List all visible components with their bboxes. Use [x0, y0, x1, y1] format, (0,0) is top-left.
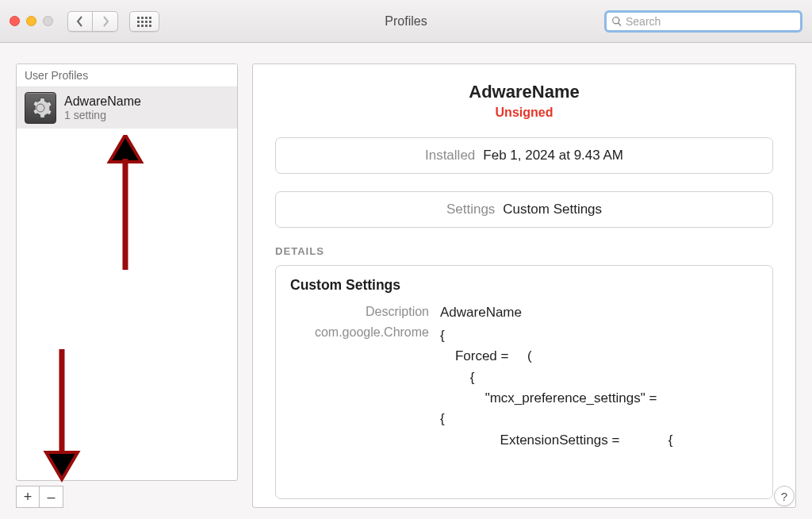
- search-input[interactable]: [622, 15, 795, 28]
- settings-code: { Forced = ( { "mcx_preference_settings"…: [440, 325, 758, 451]
- profile-name: AdwareName: [64, 94, 141, 109]
- chevron-right-icon: [102, 16, 109, 27]
- detail-status: Unsigned: [275, 106, 773, 120]
- forward-button[interactable]: [93, 11, 118, 32]
- detail-title: AdwareName: [275, 82, 773, 102]
- profiles-list: User Profiles AdwareName 1 setting: [16, 63, 238, 481]
- profile-subtitle: 1 setting: [64, 109, 141, 122]
- help-button[interactable]: ?: [774, 486, 795, 506]
- nav-segment: [67, 11, 118, 32]
- details-section-label: DETAILS: [275, 245, 773, 257]
- show-all-button[interactable]: [129, 11, 159, 32]
- back-button[interactable]: [67, 11, 93, 32]
- add-profile-button[interactable]: +: [16, 486, 40, 508]
- detail-header: AdwareName Unsigned: [275, 82, 773, 120]
- profile-detail-panel: AdwareName Unsigned Installed Feb 1, 202…: [252, 63, 796, 508]
- installed-label: Installed: [425, 148, 475, 163]
- grid-icon: [137, 17, 151, 27]
- settings-row: Settings Custom Settings: [275, 191, 773, 228]
- domain-label: com.google.Chrome: [290, 325, 429, 451]
- minimize-window-button[interactable]: [26, 16, 36, 26]
- zoom-window-button[interactable]: [43, 16, 53, 26]
- sidebar: User Profiles AdwareName 1 setting + –: [16, 63, 238, 508]
- description-label: Description: [290, 305, 429, 321]
- gear-icon: [29, 96, 52, 120]
- installed-value: Feb 1, 2024 at 9.43 AM: [483, 148, 623, 163]
- profile-text: AdwareName 1 setting: [64, 94, 141, 122]
- search-field[interactable]: [604, 10, 802, 33]
- installed-row: Installed Feb 1, 2024 at 9.43 AM: [275, 137, 773, 174]
- profile-row-adwarename[interactable]: AdwareName 1 setting: [17, 87, 237, 129]
- window-controls: [10, 16, 53, 26]
- profile-icon: [25, 92, 56, 124]
- window-toolbar: Profiles: [0, 0, 812, 43]
- chevron-left-icon: [76, 16, 84, 27]
- settings-value: Custom Settings: [503, 202, 602, 217]
- details-box-title: Custom Settings: [290, 277, 758, 294]
- search-icon: [611, 16, 622, 27]
- add-remove-controls: + –: [16, 486, 238, 508]
- sidebar-section-header: User Profiles: [17, 64, 237, 87]
- description-value: AdwareName: [440, 305, 758, 321]
- content-area: User Profiles AdwareName 1 setting + –: [0, 43, 812, 519]
- close-window-button[interactable]: [10, 16, 20, 26]
- details-box: Custom Settings Description AdwareName c…: [275, 265, 773, 499]
- settings-label: Settings: [446, 202, 495, 217]
- remove-profile-button[interactable]: –: [40, 486, 63, 508]
